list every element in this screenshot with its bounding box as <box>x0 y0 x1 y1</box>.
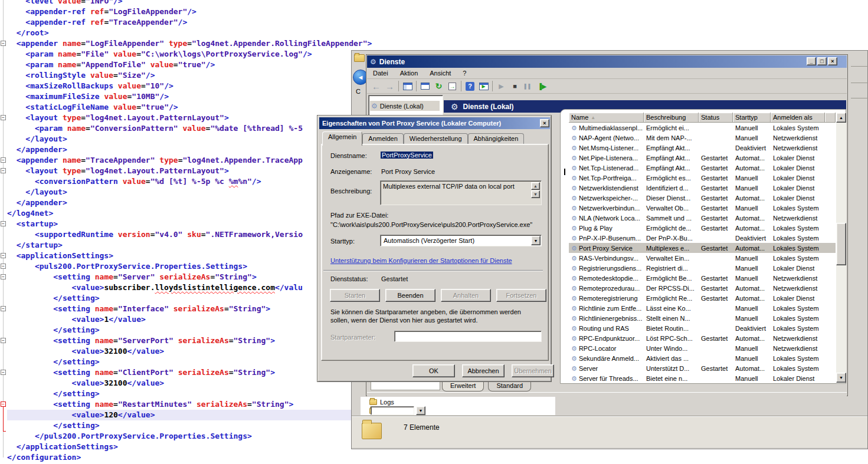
abbrechen-button[interactable]: Abbrechen <box>462 364 505 377</box>
minimize-icon[interactable]: _ <box>807 57 816 65</box>
beenden-button[interactable]: Beenden <box>385 289 435 302</box>
combo-dropdown-button[interactable]: ▼ <box>416 406 425 415</box>
table-row[interactable]: ⚙Net.Tcp-Listenerad...Empfängt Akt...Ges… <box>569 163 836 173</box>
code-line[interactable]: <level value="INFO"/> <box>7 0 868 6</box>
code-line[interactable]: </root> <box>7 28 868 38</box>
table-row[interactable]: ⚙RemoteregistrierungErmöglicht Re...Gest… <box>569 293 836 303</box>
explorer-tree-item[interactable]: Logs <box>369 397 487 406</box>
table-row[interactable]: ⚙ServerUnterstützt D...GestartetAutomat.… <box>569 363 836 373</box>
console-tree-icon[interactable] <box>401 80 414 93</box>
table-row[interactable]: ⚙Net.Pipe-Listenera...Empfängt Akt...Ges… <box>569 153 836 163</box>
fold-toggle-icon[interactable]: − <box>1 41 6 46</box>
properties-icon[interactable] <box>418 80 432 93</box>
starten-button[interactable]: Starten <box>330 289 380 302</box>
table-row[interactable]: ⚙PnP-X-IP-Busenum...Der PnP-X-Bu...Deakt… <box>569 233 836 243</box>
scroll-up-button[interactable]: ▲ <box>836 113 846 123</box>
start-service-icon[interactable]: ▶ <box>494 80 508 93</box>
menu-aktion[interactable]: Aktion <box>394 70 424 77</box>
fold-margin[interactable]: −−−−−−−−−−−− <box>0 0 6 464</box>
table-row[interactable]: ⚙RAS-Verbindungsv...Verwaltet Ein...Manu… <box>569 253 836 263</box>
scroll-down-button[interactable]: ▼ <box>836 373 846 383</box>
services-menubar[interactable]: DateiAktionAnsicht? <box>367 68 847 79</box>
table-row[interactable]: ⚙NLA (Network Loca...Sammelt und ...Gest… <box>569 213 836 223</box>
export-list-icon[interactable]: → <box>446 80 459 93</box>
services-scrollbar[interactable]: ▲ ▼ <box>836 113 846 383</box>
table-row[interactable]: ⚙Netzwerkspeicher-...Dieser Dienst...Ges… <box>569 193 836 203</box>
close-icon[interactable]: × <box>828 57 837 65</box>
startoptions-help-link[interactable]: Unterstützung beim Konfigurieren der Sta… <box>330 257 512 264</box>
column-header-anmelden-als[interactable]: Anmelden als <box>771 113 825 123</box>
tree-item-dienste-lokal[interactable]: ⚙ Dienste (Lokal) <box>370 101 440 111</box>
fold-toggle-icon[interactable]: − <box>1 338 6 343</box>
extended-view-icon[interactable]: ▶ <box>477 80 490 93</box>
table-row[interactable]: ⚙RPC-Endpunktzuor...Löst RPC-Sch...Gesta… <box>569 333 836 343</box>
menu-datei[interactable]: Datei <box>367 70 394 77</box>
column-header-name[interactable]: Name▲ <box>569 113 644 123</box>
table-row[interactable]: ⚙Net.Msmq-Listener...Empfängt Akt...Deak… <box>569 143 836 153</box>
code-line[interactable]: <appender-ref ref="TraceAppender"/> <box>7 17 868 28</box>
startparameter-input[interactable] <box>394 331 542 342</box>
back-icon[interactable]: ← <box>369 80 383 93</box>
explorer-combo-field[interactable] <box>371 406 414 415</box>
services-titlebar[interactable]: ⚙ Dienste <box>367 55 847 68</box>
services-toolbar[interactable]: ←→↻→?▶▶■▌▌▐▶ <box>367 79 847 94</box>
stop-service-icon[interactable]: ■ <box>508 80 522 93</box>
restart-service-icon[interactable]: ▐▶ <box>535 80 549 93</box>
maximize-icon[interactable]: □ <box>817 57 827 65</box>
table-row[interactable]: ⚙NAP-Agent (Netwo...Mit dem NAP-...Manue… <box>569 133 836 143</box>
fold-toggle-icon[interactable]: − <box>1 274 6 279</box>
table-row[interactable]: ⚙Registrierungsdiens...Registriert di...… <box>569 263 836 273</box>
table-row[interactable]: ⚙Sekundäre Anmeld...Aktiviert das ...Man… <box>569 353 836 363</box>
fold-toggle-icon[interactable]: − <box>1 306 6 311</box>
table-row[interactable]: ⚙Server für Threads...Bietet eine n...Ma… <box>569 373 836 383</box>
table-row[interactable]: ⚙Port Proxy ServiceMultiplexes e...Gesta… <box>569 243 836 253</box>
column-header-status[interactable]: Status <box>699 113 733 123</box>
scrollbar-thumb[interactable] <box>836 223 846 265</box>
dialog-tabs[interactable]: AllgemeinAnmeldenWiederherstellungAbhäng… <box>322 131 524 144</box>
dialog-close-button[interactable]: × <box>540 119 549 127</box>
übernehmen-button[interactable]: Übernehmen <box>512 364 554 377</box>
table-row[interactable]: ⚙RPC-LocatorUnter Windo...ManuellNetzwer… <box>569 343 836 353</box>
fortsetzen-button[interactable]: Fortsetzen <box>496 289 546 302</box>
view-tabs[interactable]: ErweitertStandard <box>442 381 535 391</box>
fold-toggle-icon[interactable]: − <box>1 370 6 375</box>
services-table-header[interactable]: Name▲BeschreibungStatusStarttypAnmelden … <box>569 113 836 123</box>
properties-dialog[interactable]: Eigenschaften von Port Proxy Service (Lo… <box>317 115 552 382</box>
fold-toggle-icon[interactable]: − <box>1 253 6 258</box>
table-row[interactable]: ⚙Multimediaklassenpl...Ermöglicht ei...M… <box>569 123 836 133</box>
fold-toggle-icon[interactable]: − <box>1 221 6 226</box>
scroll-down-icon[interactable]: ▼ <box>531 190 540 198</box>
pause-service-icon[interactable]: ▌▌ <box>522 80 535 93</box>
combo-dropdown-button[interactable]: ▼ <box>531 236 541 245</box>
view-tab-standard[interactable]: Standard <box>488 381 531 391</box>
dialog-tab-anmelden[interactable]: Anmelden <box>362 133 404 145</box>
code-line[interactable]: <appender name="LogFileAppender" type="l… <box>7 38 868 49</box>
menu-?[interactable]: ? <box>457 70 472 77</box>
table-row[interactable]: ⚙NetzwerklistendienstIdentifiziert d...G… <box>569 183 836 193</box>
column-header-beschreibung[interactable]: Beschreibung <box>644 113 699 123</box>
table-row[interactable]: ⚙Remotedesktopdie...Ermöglicht Be...Gest… <box>569 273 836 283</box>
table-row[interactable]: ⚙Net.Tcp-Portfreiga...Ermöglicht es...Ge… <box>569 173 836 183</box>
starttyp-combobox[interactable]: Automatisch (Verzögerter Start) ▼ <box>380 235 542 246</box>
code-line[interactable]: <value>120</value> <box>7 410 351 420</box>
table-row[interactable]: ⚙Routing und RASBietet Routin...Deaktivi… <box>569 323 836 333</box>
refresh-icon[interactable]: ↻ <box>432 80 446 93</box>
code-line[interactable]: <appender-ref ref="LogFileAppender"/> <box>7 6 868 17</box>
fold-toggle-icon[interactable]: − <box>1 157 6 163</box>
code-line[interactable]: </configuration> <box>7 452 868 463</box>
fold-toggle-icon[interactable]: − <box>1 115 6 120</box>
dialog-tab-wiederherstellung[interactable]: Wiederherstellung <box>404 133 468 145</box>
table-row[interactable]: ⚙Richtlinie zum Entfe...Lässt eine Ko...… <box>569 303 836 313</box>
beschreibung-box[interactable]: Multiplexes external TCP/IP data on loca… <box>380 180 542 205</box>
forward-icon[interactable]: → <box>383 80 397 93</box>
anhalten-button[interactable]: Anhalten <box>441 289 491 302</box>
scroll-up-icon[interactable]: ▲ <box>531 182 540 190</box>
fold-toggle-icon[interactable]: − <box>1 168 6 173</box>
table-row[interactable]: ⚙Netzwerkverbindun...Verwaltet Ob...Gest… <box>569 203 836 213</box>
table-row[interactable]: ⚙Remoteprozedurau...Der RPCSS-Di...Gesta… <box>569 283 836 293</box>
dialog-titlebar[interactable]: Eigenschaften von Port Proxy Service (Lo… <box>319 117 550 129</box>
ok-button[interactable]: OK <box>412 364 455 377</box>
fold-toggle-icon-active[interactable]: − <box>1 402 6 407</box>
dialog-tab-allgemein[interactable]: Allgemein <box>322 131 362 146</box>
dialog-tab-abhängigkeiten[interactable]: Abhängigkeiten <box>468 133 525 145</box>
